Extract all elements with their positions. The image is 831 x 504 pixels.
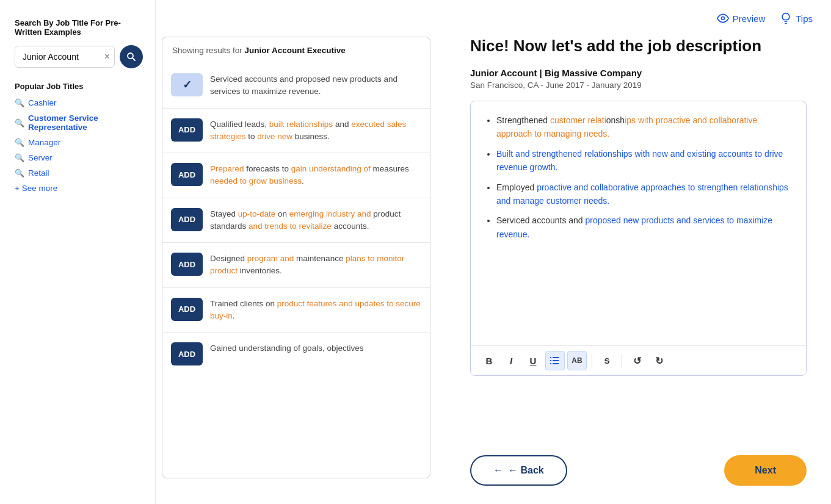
result-text: Gained understanding of goals, objective… (210, 342, 421, 355)
right-panel: Nice! Now let's add the job description … (446, 0, 831, 504)
results-header-bold: Junior Account Executive (245, 46, 346, 55)
add-btn-2[interactable]: ADD (171, 118, 203, 142)
list-item: 🔍 Cashier (15, 98, 143, 107)
strikethrough-button[interactable]: S (597, 351, 617, 370)
highlight: product features and (277, 299, 353, 308)
result-text: Stayed up-to-date on emerging industry a… (210, 208, 421, 233)
svg-rect-5 (553, 363, 559, 364)
highlight: up-to-date (238, 209, 276, 218)
result-item[interactable]: ADD Trained clients on product features … (162, 288, 430, 333)
result-text: Qualified leads, built relationships and… (210, 118, 421, 143)
editor-box: Strengthened customer relationships with… (470, 101, 807, 376)
back-button[interactable]: ← ← Back (470, 455, 567, 486)
italic-button[interactable]: I (501, 351, 521, 370)
search-input[interactable] (15, 46, 115, 68)
bullet-1: Strengthened customer relationships with… (496, 113, 793, 141)
popular-item-manager[interactable]: Manager (28, 138, 60, 147)
search-button[interactable] (120, 45, 143, 68)
list-item: 🔍 Server (15, 153, 143, 162)
underline-button[interactable]: U (523, 351, 543, 370)
result-item[interactable]: ADD Prepared forecasts to gain understan… (162, 153, 430, 198)
back-arrow-icon: ← (493, 465, 503, 476)
blue-highlight: proactive and collaborative approaches t… (496, 182, 788, 206)
popular-item-server[interactable]: Server (28, 153, 53, 162)
highlight: ips with proactive and collaborative app… (496, 115, 757, 139)
highlight: emerging industry and (289, 209, 371, 218)
popular-list: 🔍 Cashier 🔍 Customer ServiceRepresentati… (15, 98, 143, 178)
search-icon-sm: 🔍 (15, 153, 24, 162)
search-input-wrap: × (15, 46, 115, 68)
add-btn-checked[interactable]: ✓ (171, 73, 203, 96)
svg-rect-8 (550, 363, 551, 364)
list-item: 🔍 Customer ServiceRepresentative (15, 113, 143, 132)
highlight: plans to (346, 254, 374, 263)
search-icon-sm: 🔍 (15, 118, 24, 128)
popular-item-cashier[interactable]: Cashier (28, 98, 57, 107)
job-meta: San Francisco, CA - June 2017 - January … (470, 81, 807, 90)
results-header-prefix: Showing results for (172, 46, 245, 55)
back-label: ← Back (508, 465, 544, 476)
svg-rect-7 (550, 360, 551, 361)
search-icon-sm: 🔍 (15, 138, 24, 147)
svg-line-2 (132, 58, 135, 60)
result-text: Trained clients on product features and … (210, 298, 421, 323)
bullet-3: Employed proactive and collaborative app… (496, 181, 793, 208)
left-panel: Search By Job Title For Pre-Written Exam… (0, 0, 156, 504)
highlight: program and (247, 254, 294, 263)
svg-rect-4 (553, 360, 559, 361)
result-item[interactable]: ADD Gained understanding of goals, objec… (162, 333, 430, 375)
search-icon (126, 51, 137, 62)
result-item[interactable]: ADD Qualified leads, built relationships… (162, 109, 430, 154)
highlight: Prepared (210, 164, 244, 173)
add-btn-7[interactable]: ADD (171, 342, 203, 365)
bullet-2: Built and strengthened relationships wit… (496, 147, 793, 175)
editor-toolbar: B I U AB S ↺ ↻ (471, 345, 806, 375)
search-icon-sm: 🔍 (15, 168, 24, 178)
toolbar-separator (592, 354, 592, 367)
search-icon-sm: 🔍 (15, 98, 24, 107)
highlight: and trends to revitalize (249, 221, 332, 231)
add-btn-3[interactable]: ADD (171, 163, 203, 186)
highlight: gain understanding of (291, 164, 371, 173)
bold-button[interactable]: B (479, 351, 499, 370)
result-item[interactable]: ADD Designed program and maintenance pla… (162, 243, 430, 288)
clear-icon[interactable]: × (104, 52, 110, 62)
highlight: customer relati (550, 115, 606, 125)
add-btn-4[interactable]: ADD (171, 208, 203, 231)
search-bar-row: × (15, 45, 143, 68)
toolbar-separator-2 (622, 354, 622, 367)
list-button[interactable] (545, 351, 565, 370)
page-title: Nice! Now let's add the job description (470, 37, 807, 56)
search-section-title: Search By Job Title For Pre-Written Exam… (15, 18, 143, 37)
highlight: drive new (257, 132, 292, 141)
highlight: needed to grow business (210, 176, 302, 185)
result-item[interactable]: ADD Stayed up-to-date on emerging indust… (162, 198, 430, 243)
highlight: monitor product (210, 254, 404, 275)
next-button[interactable]: Next (724, 455, 807, 486)
add-btn-5[interactable]: ADD (171, 253, 203, 276)
bullet-4: Serviced accounts and proposed new produ… (496, 214, 793, 241)
popular-item-retail[interactable]: Retail (28, 168, 49, 178)
result-item[interactable]: ✓ Serviced accounts and proposed new pro… (162, 63, 430, 109)
see-more-link[interactable]: + See more (15, 184, 143, 193)
results-list: ✓ Serviced accounts and proposed new pro… (162, 63, 430, 478)
bottom-buttons: ← ← Back Next (446, 455, 831, 486)
results-header: Showing results for Junior Account Execu… (162, 37, 430, 63)
list-item: 🔍 Retail (15, 168, 143, 178)
highlight: built relationships (269, 120, 333, 129)
redo-button[interactable]: ↻ (649, 351, 669, 370)
result-text: Designed program and maintenance plans t… (210, 253, 421, 278)
editor-content[interactable]: Strengthened customer relationships with… (471, 101, 806, 345)
undo-button[interactable]: ↺ (627, 351, 647, 370)
middle-panel: Showing results for Junior Account Execu… (156, 37, 437, 504)
spell-button[interactable]: AB (567, 351, 587, 370)
blue-highlight: proposed new products and services to ma… (496, 215, 772, 239)
check-icon: ✓ (183, 78, 192, 92)
add-btn-6[interactable]: ADD (171, 298, 203, 321)
svg-rect-3 (553, 357, 559, 358)
svg-rect-6 (550, 357, 551, 358)
blue-highlight: Built and strengthened relationships wit… (496, 149, 783, 172)
popular-item-csr[interactable]: Customer ServiceRepresentative (28, 113, 98, 132)
list-icon (550, 356, 560, 365)
list-item: 🔍 Manager (15, 138, 143, 147)
